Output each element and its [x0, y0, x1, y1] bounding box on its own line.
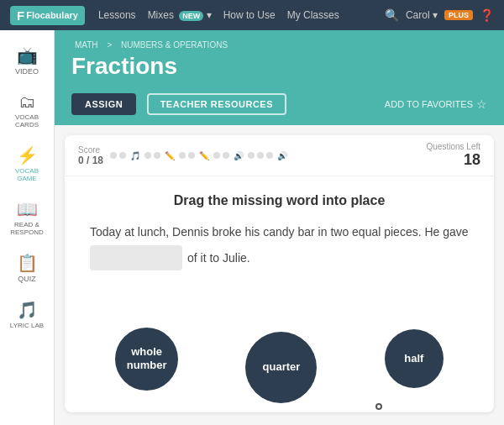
progress-dot: [213, 152, 220, 159]
nav-lessons[interactable]: Lessons: [98, 9, 136, 21]
progress-icon-dot: 🎵: [129, 149, 142, 162]
star-icon: ☆: [476, 97, 487, 111]
sidebar-item-vocab-cards[interactable]: 🗂 VOCAB CARDS: [0, 86, 54, 135]
score-value: 0 / 18: [78, 155, 103, 166]
sidebar-item-vocab-game[interactable]: ⚡ VOCAB GAME: [0, 139, 54, 189]
sidebar-label-read-respond: READ & RESPOND: [5, 221, 49, 236]
progress-dot: [110, 152, 117, 159]
plus-badge: PLUS: [444, 10, 473, 20]
progress-dot: [257, 152, 264, 159]
breadcrumb-numbers: NUMBERS & OPERATIONS: [121, 40, 228, 50]
logo-icon: F: [17, 8, 24, 23]
progress-icon-dot: ✏️: [163, 149, 176, 162]
sidebar-item-video[interactable]: 📺 VIDEO: [0, 39, 54, 82]
score-bar: Score 0 / 18 🎵 ✏️ ✏️ 🔊: [65, 135, 494, 176]
bottom-controls: 🔊: [65, 405, 494, 412]
sentence-part1: Today at lunch, Dennis broke his candy b…: [90, 225, 469, 239]
add-to-favorites-button[interactable]: ADD TO FAVORITES ☆: [385, 97, 487, 111]
video-icon: 📺: [17, 45, 38, 66]
new-badge: NEW: [179, 11, 203, 21]
dropdown-icon: ▾: [207, 9, 212, 21]
vocab-cards-icon: 🗂: [18, 92, 35, 112]
search-icon[interactable]: 🔍: [385, 8, 399, 22]
quiz-icon: 📋: [17, 253, 38, 273]
questions-left-value: 18: [427, 151, 480, 169]
sidebar-label-vocab-game: VOCAB GAME: [5, 167, 49, 182]
header-section: MATH > NUMBERS & OPERATIONS Fractions: [55, 30, 504, 93]
sidebar-label-vocab-cards: VOCAB CARDS: [5, 113, 49, 129]
questions-left-label: Questions Left: [427, 142, 480, 151]
questions-left-section: Questions Left 18: [427, 142, 480, 169]
breadcrumb-separator: >: [107, 40, 112, 50]
bubble-label-whole-number: wholenumber: [127, 345, 167, 371]
word-bubble-whole-number[interactable]: wholenumber: [115, 328, 178, 391]
sidebar-item-read-respond[interactable]: 📖 READ & RESPOND: [0, 192, 54, 243]
read-respond-icon: 📖: [17, 199, 38, 219]
sidebar-label-video: VIDEO: [15, 67, 39, 76]
score-label: Score: [78, 145, 103, 155]
teacher-resources-button[interactable]: TEACHER RESOURCES: [147, 93, 286, 115]
help-icon[interactable]: ❓: [480, 8, 494, 22]
action-buttons: ASSIGN TEACHER RESOURCES: [71, 93, 286, 115]
nav-right: 🔍 Carol ▾ PLUS ❓: [385, 8, 494, 22]
action-bar: ASSIGN TEACHER RESOURCES ADD TO FAVORITE…: [55, 93, 504, 125]
word-bubble-half[interactable]: half: [385, 329, 444, 388]
bubble-label-half: half: [404, 352, 423, 365]
sidebar-item-quiz[interactable]: 📋 QUIZ: [0, 246, 54, 290]
user-dropdown-icon: ▾: [433, 9, 438, 21]
progress-dot: [144, 152, 151, 159]
progress-icon-dot: 🔊: [232, 149, 245, 162]
sidebar-label-quiz: QUIZ: [18, 275, 36, 283]
breadcrumb-math: MATH: [75, 40, 98, 50]
nav-my-classes[interactable]: My Classes: [287, 9, 339, 21]
progress-dot: [266, 152, 273, 159]
sentence-part2: of it to Julie.: [187, 251, 250, 265]
main-layout: 📺 VIDEO 🗂 VOCAB CARDS ⚡ VOCAB GAME 📖 REA…: [0, 30, 504, 425]
top-navigation: F Flocabulary Lessons Mixes NEW ▾ How to…: [0, 0, 504, 30]
progress-dot: [119, 152, 126, 159]
score-section: Score 0 / 18: [78, 145, 103, 166]
progress-icon-dot: 🔊: [276, 149, 289, 162]
assign-button[interactable]: ASSIGN: [71, 93, 136, 115]
bubble-label-quarter: quarter: [263, 360, 301, 374]
vocab-game-icon: ⚡: [17, 145, 38, 165]
progress-dot: [179, 152, 186, 159]
nav-mixes[interactable]: Mixes NEW ▾: [148, 9, 212, 21]
nav-links: Lessons Mixes NEW ▾ How to Use My Classe…: [98, 9, 371, 21]
sentence-part2-container: of it to Julie.: [90, 245, 469, 270]
breadcrumb: MATH > NUMBERS & OPERATIONS: [71, 40, 487, 50]
progress-dot: [154, 152, 160, 159]
progress-dots: 🎵 ✏️ ✏️ 🔊 🔊: [110, 149, 419, 162]
sidebar: 📺 VIDEO 🗂 VOCAB CARDS ⚡ VOCAB GAME 📖 REA…: [0, 30, 55, 425]
logo-text: Flocabulary: [26, 10, 78, 20]
word-bubbles-container: wholenumber quarter half: [65, 304, 494, 405]
lyric-lab-icon: 🎵: [17, 300, 38, 320]
page-title: Fractions: [71, 53, 487, 80]
user-menu[interactable]: Carol ▾: [406, 9, 438, 21]
logo[interactable]: F Flocabulary: [10, 6, 85, 25]
progress-dot: [188, 152, 195, 159]
game-content: Drag the missing word into place Today a…: [65, 176, 494, 304]
game-container: Score 0 / 18 🎵 ✏️ ✏️ 🔊: [65, 135, 494, 412]
progress-icon-dot: ✏️: [197, 149, 211, 162]
progress-dot: [248, 152, 255, 159]
word-bubble-quarter[interactable]: quarter: [245, 332, 317, 403]
sidebar-item-lyric-lab[interactable]: 🎵 LYRIC LAB: [0, 293, 54, 336]
add-favorites-label: ADD TO FAVORITES: [385, 99, 473, 109]
drop-zone[interactable]: [90, 245, 182, 270]
sidebar-label-lyric-lab: LYRIC LAB: [10, 322, 44, 329]
content-area: MATH > NUMBERS & OPERATIONS Fractions AS…: [55, 30, 504, 425]
instruction-text: Drag the missing word into place: [90, 193, 469, 208]
nav-how-to-use[interactable]: How to Use: [223, 9, 276, 21]
progress-dot: [223, 152, 229, 159]
